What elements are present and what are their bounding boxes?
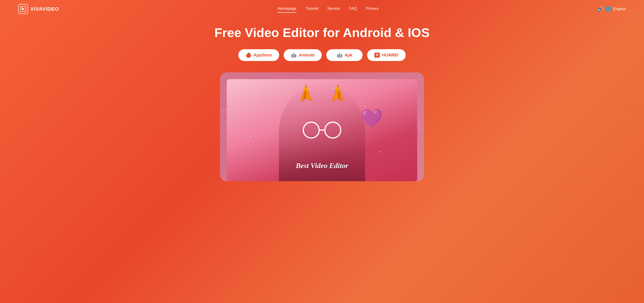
video-frame[interactable]: 💜 ✦ ✦ ✦ ✦ ✦ xyxy=(227,79,417,181)
sparkle-3: ✦ xyxy=(250,136,252,138)
appstore-button[interactable]: 🍎 AppStore xyxy=(238,49,279,61)
apk-button[interactable]: 🤖 Apk xyxy=(326,49,362,61)
language-selector[interactable]: 🔊 🌐 English xyxy=(597,6,626,12)
sparkle-4: ✦ xyxy=(379,150,381,153)
android-icon: 🤖 xyxy=(291,52,296,58)
language-label: English xyxy=(613,7,626,11)
svg-rect-1 xyxy=(21,7,22,8)
speaker-icon: 🔊 xyxy=(597,6,604,12)
android-button[interactable]: 🤖 Android xyxy=(284,49,322,61)
huawei-icon: H xyxy=(374,52,380,58)
left-horn xyxy=(299,84,313,104)
nav-privacy[interactable]: Privacy xyxy=(366,6,379,12)
video-section: 💜 ✦ ✦ ✦ ✦ ✦ xyxy=(220,72,424,181)
svg-point-2 xyxy=(304,87,309,91)
main-content: Free Video Editor for Android & IOS 🍎 Ap… xyxy=(0,18,644,181)
logo-text: VIVAVIDEO xyxy=(30,6,59,12)
video-overlay-text: Best Video Editor xyxy=(296,162,348,170)
logo-icon xyxy=(18,4,28,14)
appstore-label: AppStore xyxy=(254,53,272,58)
nav-homepage[interactable]: Homepage xyxy=(278,6,296,12)
glasses xyxy=(279,122,365,138)
nav-tutorial[interactable]: Tutorial xyxy=(306,6,318,12)
header: VIVAVIDEO Homepage Tutorial Service FAQ … xyxy=(0,0,644,18)
store-buttons-row: 🍎 AppStore 🤖 Android 🤖 Apk H HUAWEI xyxy=(238,49,406,61)
apk-label: Apk xyxy=(345,53,352,58)
logo[interactable]: VIVAVIDEO xyxy=(18,4,59,14)
huawei-button[interactable]: H HUAWEI xyxy=(367,49,406,61)
hero-title: Free Video Editor for Android & IOS xyxy=(214,25,430,40)
nav-faq[interactable]: FAQ xyxy=(349,6,357,12)
globe-icon: 🌐 xyxy=(605,6,611,12)
svg-point-3 xyxy=(335,87,340,91)
sparkle-1: ✦ xyxy=(255,94,257,97)
video-card: 💜 ✦ ✦ ✦ ✦ ✦ xyxy=(220,72,424,181)
huawei-label: HUAWEI xyxy=(382,53,398,58)
person-figure xyxy=(279,84,365,138)
right-horn xyxy=(331,84,345,104)
android-label: Android xyxy=(299,53,314,58)
apk-icon: 🤖 xyxy=(337,52,342,58)
navigation: Homepage Tutorial Service FAQ Privacy xyxy=(278,6,379,12)
apple-icon: 🍎 xyxy=(246,52,251,58)
nav-service[interactable]: Service xyxy=(327,6,340,12)
video-scene: 💜 ✦ ✦ ✦ ✦ ✦ xyxy=(227,79,417,181)
